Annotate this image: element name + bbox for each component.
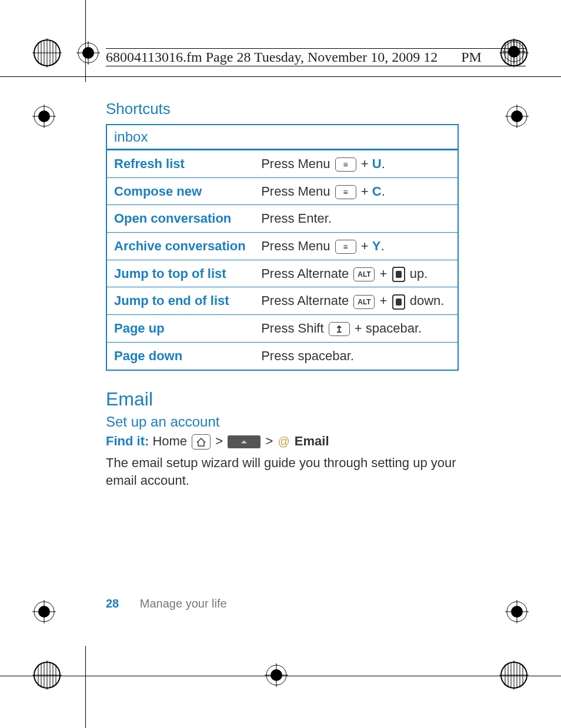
email-app-label: Email xyxy=(295,434,329,448)
table-row: Page up Press Shift ↥ + spacebar. xyxy=(106,315,458,343)
row-desc: Press spacebar. xyxy=(254,342,458,370)
shift-key-icon: ↥ xyxy=(329,322,350,336)
row-desc: Press Enter. xyxy=(254,205,458,233)
crop-line xyxy=(85,646,86,728)
nav-key-icon xyxy=(392,294,405,310)
page-content: Shortcuts inbox Refresh list Press Menu … xyxy=(106,100,459,490)
shortcuts-table: inbox Refresh list Press Menu ≡ + U. Com… xyxy=(106,124,459,371)
row-label: Jump to top of list xyxy=(106,260,254,287)
row-desc: Press Menu ≡ + C. xyxy=(254,177,458,205)
row-label: Refresh list xyxy=(106,150,254,178)
app-drawer-icon xyxy=(228,435,261,448)
crosshair-icon xyxy=(32,600,56,623)
row-desc: Press Menu ≡ + U. xyxy=(254,150,458,178)
menu-key-icon: ≡ xyxy=(335,185,356,199)
row-label: Archive conversation xyxy=(106,233,254,260)
shortcuts-heading: Shortcuts xyxy=(106,100,459,118)
row-label: Page down xyxy=(106,342,254,370)
registration-mark-icon xyxy=(32,38,62,68)
crop-line xyxy=(0,76,561,77)
row-label: Page up xyxy=(106,315,254,343)
table-row: Refresh list Press Menu ≡ + U. xyxy=(106,150,458,178)
header-text: 68004113016.fm Page 28 Tuesday, November… xyxy=(106,49,438,66)
body-text: The email setup wizard will guide you th… xyxy=(106,454,459,491)
email-heading: Email xyxy=(106,388,459,410)
table-header: inbox xyxy=(106,125,458,150)
table-row: Open conversation Press Enter. xyxy=(106,205,458,233)
home-key-icon xyxy=(192,434,211,449)
table-row: Page down Press spacebar. xyxy=(106,342,458,370)
crosshair-icon xyxy=(76,41,100,65)
header-suffix: PM xyxy=(461,49,482,66)
row-desc: Press Shift ↥ + spacebar. xyxy=(254,315,458,343)
find-it-label: Find it: xyxy=(106,434,149,448)
table-row: Compose new Press Menu ≡ + C. xyxy=(106,177,458,205)
nav-key-icon xyxy=(392,267,405,282)
alt-key-icon: ALT xyxy=(353,295,375,309)
row-desc: Press Alternate ALT + up. xyxy=(254,260,458,287)
table-row: Jump to top of list Press Alternate ALT … xyxy=(106,260,458,287)
row-label: Jump to end of list xyxy=(106,287,254,315)
framemaker-header: 68004113016.fm Page 28 Tuesday, November… xyxy=(106,48,526,66)
row-label: Compose new xyxy=(106,177,254,205)
crosshair-icon xyxy=(265,663,288,687)
setup-heading: Set up an account xyxy=(106,414,459,430)
table-row: Archive conversation Press Menu ≡ + Y. xyxy=(106,233,458,260)
alt-key-icon: ALT xyxy=(353,267,375,281)
menu-key-icon: ≡ xyxy=(335,157,356,172)
row-desc: Press Alternate ALT + down. xyxy=(254,287,458,315)
footer-section: Manage your life xyxy=(140,597,227,610)
table-row: Jump to end of list Press Alternate ALT … xyxy=(106,287,458,315)
registration-mark-icon xyxy=(32,660,62,690)
row-desc: Press Menu ≡ + Y. xyxy=(254,233,458,260)
page-number: 28 xyxy=(106,597,119,610)
crosshair-icon xyxy=(505,105,529,128)
menu-key-icon: ≡ xyxy=(335,240,356,254)
page-footer: 28 Manage your life xyxy=(106,597,227,610)
crop-line xyxy=(0,676,561,676)
crosshair-icon xyxy=(32,105,56,128)
row-label: Open conversation xyxy=(106,205,254,233)
crosshair-icon xyxy=(505,600,529,623)
registration-mark-icon xyxy=(499,660,529,690)
find-it-path: Find it: Home > > @ Email xyxy=(106,434,459,449)
email-app-icon: @ xyxy=(278,435,289,448)
